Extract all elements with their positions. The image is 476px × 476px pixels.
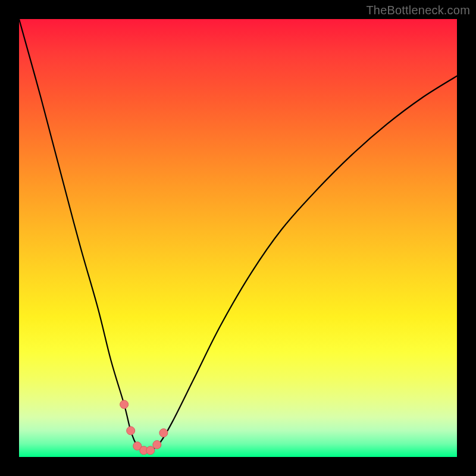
marker-point [127,427,135,435]
marker-point [146,446,155,455]
marker-point [159,429,168,437]
watermark-text: TheBottleneck.com [366,4,470,17]
curve-svg [19,19,457,457]
marker-point [120,400,129,409]
marker-point [153,440,161,449]
highlight-markers [120,400,168,455]
marker-point [133,442,142,450]
chart-stage: TheBottleneck.com [0,0,476,476]
marker-point [140,446,148,455]
bottleneck-curve [19,19,457,451]
plot-area [19,19,457,457]
